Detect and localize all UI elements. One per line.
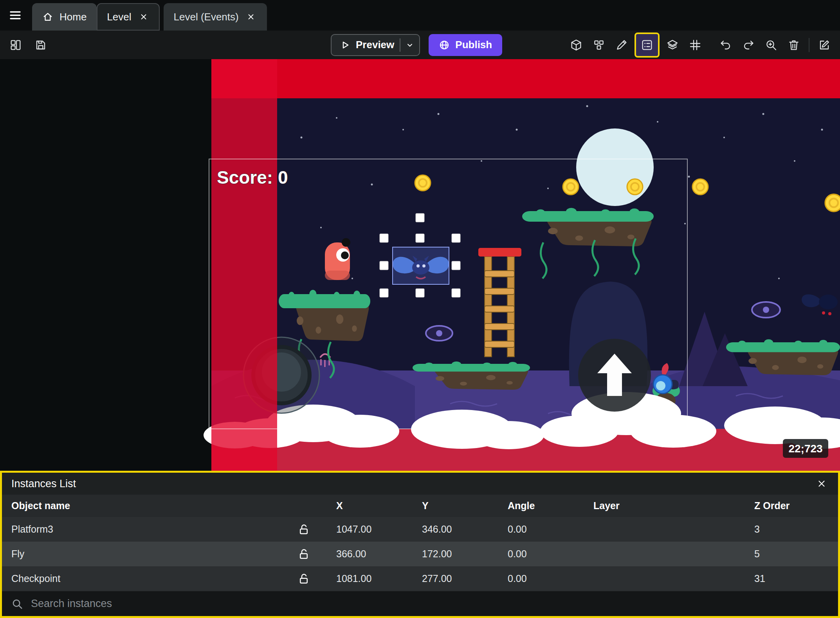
close-icon [247,13,255,21]
unlock-icon [298,573,310,585]
lock-toggle[interactable] [292,548,327,560]
tab-level-events[interactable]: Level (Events) [164,3,267,31]
save-icon [34,39,47,51]
selection-box[interactable] [393,247,449,284]
instance-name[interactable]: Platform3 [2,524,292,535]
preview-button[interactable]: Preview [331,34,420,56]
table-row-selected[interactable]: Fly 366.00 172.00 0.00 5 [2,542,838,566]
col-x: X [327,500,413,511]
toolbar-divider [809,38,809,52]
save-button[interactable] [30,34,52,56]
tab-level[interactable]: Level [97,3,159,31]
preview-dropdown-button[interactable] [400,40,419,50]
coordinates-badge: 22;723 [783,439,828,458]
trash-icon [788,39,800,51]
redo-button[interactable] [737,34,759,56]
chevron-down-icon [405,40,415,50]
instance-x[interactable]: 1081.00 [327,573,413,584]
publish-label: Publish [455,39,492,51]
instances-list-icon [641,39,653,51]
tab-level-label: Level [107,11,131,23]
toolbar-left-group [5,34,52,56]
instances-list-highlight [635,33,660,58]
level-render[interactable]: Score: 0 22;723 [0,59,840,471]
object-groups-button[interactable] [588,34,610,56]
toolbar-right-group [565,33,835,58]
instance-y[interactable]: 172.00 [413,548,498,560]
tab-level-events-label: Level (Events) [174,11,239,23]
panel-close-button[interactable] [815,477,829,491]
lock-toggle[interactable] [292,573,327,585]
instance-angle[interactable]: 0.00 [498,573,584,584]
lock-toggle[interactable] [292,524,327,535]
col-y: Y [413,500,498,511]
properties-panel-button[interactable] [611,34,633,56]
redo-icon [742,39,755,51]
toggle-grid-button[interactable] [684,34,706,56]
table-header-row: Object name X Y Angle Layer Z Order [2,495,838,517]
objects-panel-button[interactable] [565,34,587,56]
publish-button[interactable]: Publish [429,34,502,56]
instance-angle[interactable]: 0.00 [498,524,584,535]
layers-icon [666,39,679,51]
hamburger-icon [9,9,22,22]
zoom-button[interactable] [760,34,782,56]
delete-button[interactable] [783,34,805,56]
pencil-icon [615,39,628,51]
open-start-page-button[interactable] [5,34,27,56]
tab-bar: Home Level Level (Events) [0,0,840,31]
unlock-icon [298,548,310,560]
red-zone-overlay [211,59,277,471]
editor-toolbar: Preview Publish [0,31,840,59]
score-text: Score: 0 [217,167,288,188]
undo-icon [719,39,732,51]
instances-list-panel-button[interactable] [636,34,658,56]
scene-canvas[interactable]: Score: 0 22;723 [0,59,840,471]
tab-home[interactable]: Home [32,3,97,31]
search-icon [11,598,23,610]
cubes-group-icon [593,39,605,51]
undo-button[interactable] [715,34,737,56]
col-layer: Layer [584,500,745,511]
instances-list-panel: Instances List Object name X Y Angle Lay… [0,471,840,618]
instance-y[interactable]: 346.00 [413,524,498,535]
globe-icon [439,40,450,51]
instance-y[interactable]: 277.00 [413,573,498,584]
panel-title: Instances List [11,478,76,490]
col-angle: Angle [498,500,584,511]
moon-sprite[interactable] [576,128,654,206]
play-icon [339,40,350,51]
tab-home-label: Home [59,11,87,23]
jump-button-control[interactable] [578,339,651,412]
coordinates-text: 22;723 [788,443,822,455]
instance-z-order[interactable]: 5 [745,548,838,560]
zoom-in-icon [765,39,777,51]
instance-angle[interactable]: 0.00 [498,548,584,560]
search-bar [2,591,838,616]
instance-z-order[interactable]: 31 [745,573,838,584]
instance-name[interactable]: Checkpoint [2,573,292,584]
panel-title-row: Instances List [2,473,838,495]
home-icon [42,11,53,22]
instance-x[interactable]: 366.00 [327,548,413,560]
grid-icon [689,39,701,51]
toolbar-center-group: Preview Publish [331,31,502,59]
search-input[interactable] [31,598,829,610]
table-row[interactable]: Platform3 1047.00 346.00 0.00 3 [2,517,838,542]
hamburger-menu-button[interactable] [2,0,28,31]
tab-level-events-close-button[interactable] [245,11,257,23]
tab-level-close-button[interactable] [138,11,150,23]
instance-x[interactable]: 1047.00 [327,524,413,535]
col-z-order: Z Order [745,500,838,511]
edit-scene-properties-button[interactable] [813,34,835,56]
close-icon [817,479,827,489]
unlock-icon [298,524,310,535]
table-row[interactable]: Checkpoint 1081.00 277.00 0.00 31 [2,566,838,591]
instance-z-order[interactable]: 3 [745,524,838,535]
layers-panel-button[interactable] [662,34,683,56]
instance-name[interactable]: Fly [2,548,292,560]
close-icon [139,13,148,21]
panels-layout-icon [9,39,22,51]
preview-main[interactable]: Preview [332,39,400,51]
col-object-name: Object name [2,500,292,511]
